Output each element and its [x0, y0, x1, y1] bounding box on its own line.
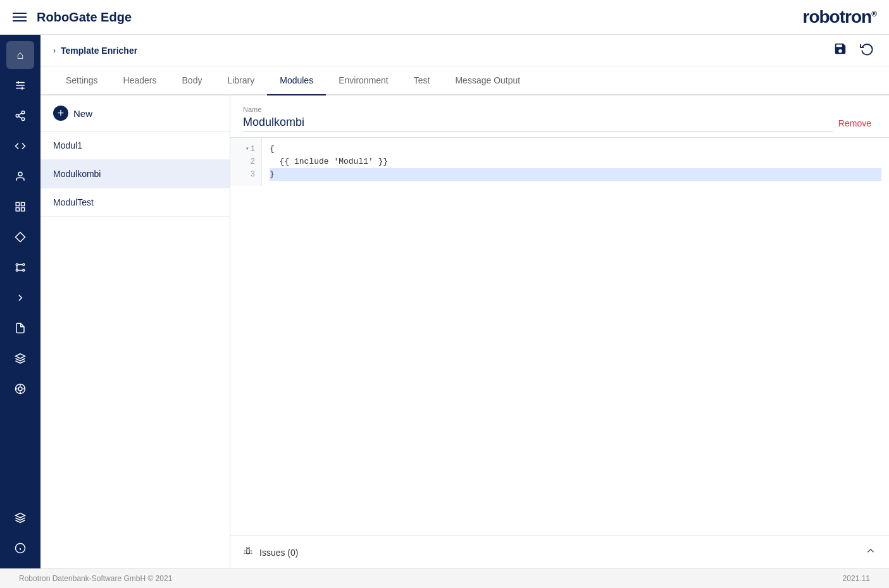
remove-button[interactable]: Remove [833, 116, 876, 131]
menu-button[interactable] [13, 13, 27, 21]
svg-point-17 [23, 264, 25, 266]
svg-line-8 [18, 116, 22, 118]
editor-area: Name Remove ▾1 2 3 [230, 95, 889, 568]
svg-point-6 [16, 114, 19, 118]
sidebar: ⌂ [0, 35, 40, 568]
module-list: + New Modul1 Modulkombi ModulTest [40, 95, 230, 568]
issues-left: Issues (0) [243, 546, 298, 559]
new-module-button[interactable]: + New [40, 95, 230, 132]
tab-modules[interactable]: Modules [267, 66, 326, 95]
line-number-1: ▾1 [230, 143, 261, 156]
line-number-2: 2 [230, 156, 261, 168]
svg-point-5 [22, 111, 25, 114]
svg-line-9 [18, 113, 22, 115]
tab-body[interactable]: Body [170, 66, 215, 95]
name-label: Name [243, 106, 833, 113]
breadcrumb-actions [831, 39, 876, 62]
issues-label: Issues (0) [259, 548, 298, 558]
svg-rect-11 [16, 202, 19, 205]
tab-environment[interactable]: Environment [326, 66, 401, 95]
name-input[interactable] [243, 116, 833, 132]
sidebar-item-home[interactable]: ⌂ [6, 41, 34, 69]
module-item-modulkombi[interactable]: Modulkombi [40, 160, 230, 188]
svg-point-10 [18, 172, 22, 176]
breadcrumb: › Template Enricher [53, 46, 137, 56]
svg-rect-14 [22, 208, 25, 211]
bug-icon [243, 546, 253, 559]
footer-version: 2021.11 [843, 574, 870, 583]
tab-test[interactable]: Test [401, 66, 443, 95]
sidebar-item-user[interactable] [6, 162, 34, 190]
svg-rect-12 [22, 202, 25, 205]
line-number-3: 3 [230, 168, 261, 181]
sidebar-item-settings[interactable] [6, 71, 34, 99]
svg-rect-13 [16, 208, 19, 211]
save-button[interactable] [831, 39, 850, 62]
footer: Robotron Datenbank-Software GmbH © 2021 … [0, 568, 889, 588]
module-item-modultest[interactable]: ModulTest [40, 188, 230, 217]
sidebar-item-layers[interactable] [6, 345, 34, 372]
tab-library[interactable]: Library [214, 66, 267, 95]
code-line-1: { [270, 143, 881, 156]
app-title: RoboGate Edge [37, 10, 132, 25]
sidebar-item-play[interactable] [6, 284, 34, 312]
footer-copyright: Robotron Datenbank-Software GmbH © 2021 [19, 574, 172, 583]
breadcrumb-label: Template Enricher [61, 46, 137, 56]
svg-marker-15 [16, 233, 25, 242]
sidebar-item-stack[interactable] [6, 504, 34, 532]
breadcrumb-chevron-icon: › [53, 46, 56, 55]
breadcrumb-bar: › Template Enricher [40, 35, 889, 66]
logo: robotron® [803, 7, 876, 27]
svg-point-16 [16, 264, 18, 266]
sidebar-item-diamond[interactable] [6, 223, 34, 251]
svg-point-18 [16, 269, 18, 271]
tab-message-output[interactable]: Message Output [442, 66, 533, 95]
name-field: Name [243, 106, 833, 132]
plus-icon: + [53, 106, 68, 121]
sidebar-item-target[interactable] [6, 375, 34, 403]
new-button-label: New [73, 108, 92, 119]
module-item-modul1[interactable]: Modul1 [40, 132, 230, 160]
sidebar-item-code[interactable] [6, 132, 34, 160]
code-line-3: } [270, 168, 881, 181]
svg-point-19 [23, 269, 25, 271]
sidebar-item-share[interactable] [6, 102, 34, 130]
code-content: { {{ include 'Modul1' }} } [262, 138, 889, 186]
sidebar-item-file[interactable] [6, 314, 34, 342]
svg-point-7 [22, 118, 25, 121]
code-editor[interactable]: ▾1 2 3 { {{ include 'Modul1' }} } [230, 138, 889, 536]
tab-settings[interactable]: Settings [53, 66, 111, 95]
code-line-2: {{ include 'Modul1' }} [270, 156, 881, 168]
editor-header: Name Remove [230, 95, 889, 138]
tab-headers[interactable]: Headers [111, 66, 170, 95]
svg-marker-23 [16, 354, 25, 359]
issues-bar: Issues (0) [230, 536, 889, 568]
sidebar-item-info[interactable] [6, 534, 34, 562]
line-numbers: ▾1 2 3 [230, 138, 262, 186]
sidebar-item-flow[interactable] [6, 254, 34, 281]
svg-point-25 [18, 387, 22, 391]
issues-collapse-button[interactable] [865, 545, 876, 560]
sidebar-item-grid[interactable] [6, 193, 34, 221]
history-button[interactable] [857, 39, 876, 62]
tabs-bar: Settings Headers Body Library Modules En… [40, 66, 889, 95]
